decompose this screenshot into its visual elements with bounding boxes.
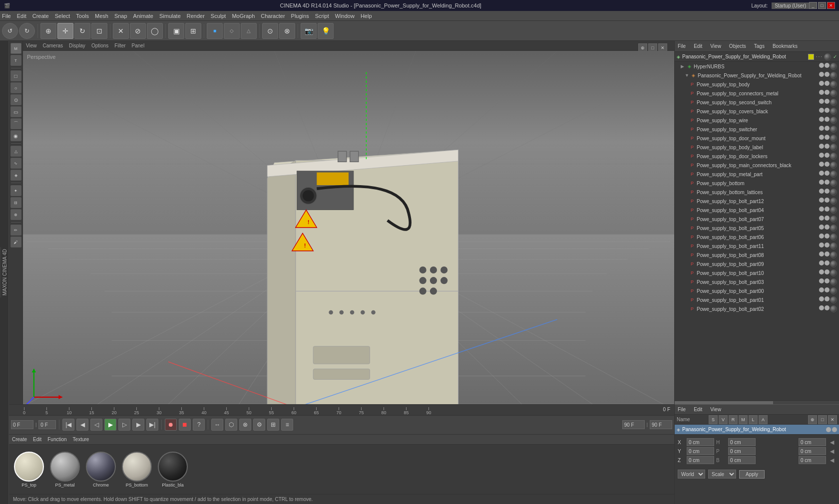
lt-sphere[interactable]: ○ — [10, 82, 21, 93]
menu-file[interactable]: File — [2, 13, 11, 19]
tick-80[interactable]: 80 — [373, 407, 395, 415]
tick-0[interactable]: 0 — [13, 407, 35, 415]
go-start-button[interactable]: |◀ — [62, 419, 74, 431]
rb-icon-6[interactable]: A — [759, 415, 768, 424]
tick-20[interactable]: 20 — [103, 407, 125, 415]
tree-item-11[interactable]: P Powe_supply_bottom — [675, 179, 839, 188]
tree-item-15[interactable]: P Powe_supply_top_bolt_part07 — [675, 215, 839, 224]
lt-model-mode[interactable]: M — [10, 43, 21, 54]
tree-item-6[interactable]: P Powe_supply_top_door_mount — [675, 134, 839, 143]
tree-item-21[interactable]: P Powe_supply_top_bolt_part10 — [675, 268, 839, 277]
tree-item-main[interactable]: ▼ ◈ Panasonic_Power_Supply_for_Welding_R… — [675, 71, 839, 80]
coord-h-input[interactable] — [728, 438, 756, 446]
tree-item-20[interactable]: P Powe_supply_top_bolt_part09 — [675, 259, 839, 268]
move-tool-button[interactable]: ✛ — [57, 23, 73, 39]
lt-cube[interactable]: □ — [10, 70, 21, 81]
tick-45[interactable]: 45 — [215, 407, 238, 415]
layout-value[interactable]: Startup (User) — [772, 2, 809, 9]
lt-plane[interactable]: ▭ — [10, 106, 21, 117]
coord-p-input[interactable] — [728, 447, 756, 455]
tree-item-16[interactable]: P Powe_supply_top_bolt_part05 — [675, 224, 839, 233]
record-button[interactable]: ⏺ — [165, 419, 177, 431]
coord-z-pos-input[interactable] — [687, 456, 714, 464]
lt-camera[interactable]: ◉ — [10, 130, 21, 141]
coord-y-pos-input[interactable] — [687, 447, 714, 455]
tree-item-2[interactable]: P Powe_supply_top_second_switch — [675, 98, 839, 107]
tick-40[interactable]: 40 — [193, 407, 215, 415]
rb-icon-5[interactable]: L — [749, 415, 758, 424]
tree-item-0[interactable]: P Powe_supply_top_body — [675, 80, 839, 89]
vp-menu-options[interactable]: Options — [91, 43, 108, 48]
ctrl-render-main[interactable] — [825, 72, 830, 77]
coord-size-y-arrow[interactable]: ◀ — [828, 448, 836, 455]
snap-button[interactable]: ⊙ — [262, 23, 278, 39]
delete-key-button[interactable]: ⊗ — [239, 419, 251, 431]
stop-button[interactable]: ⏹ — [179, 419, 191, 431]
menu-snap[interactable]: Snap — [114, 13, 127, 19]
menu-character[interactable]: Character — [261, 13, 285, 19]
maximize-button[interactable]: □ — [818, 2, 826, 9]
tick-60[interactable]: 60 — [283, 407, 305, 415]
vp-menu-panel[interactable]: Panel — [132, 43, 145, 48]
move-key-button[interactable]: ↔ — [211, 419, 223, 431]
rb-icon-4[interactable]: M — [739, 415, 748, 424]
rp-menu-bookmarks[interactable]: Bookmarks — [773, 43, 798, 49]
menu-render[interactable]: Render — [187, 13, 205, 19]
tick-25[interactable]: 25 — [125, 407, 148, 415]
tree-item-24[interactable]: P Powe_supply_top_bolt_part01 — [675, 295, 839, 304]
menu-script[interactable]: Script — [315, 13, 329, 19]
tree-item-22[interactable]: P Powe_supply_top_bolt_part03 — [675, 277, 839, 286]
tree-item-5[interactable]: P Powe_supply_top_switcher — [675, 125, 839, 134]
coord-size-y-input[interactable] — [799, 447, 826, 455]
tick-35[interactable]: 35 — [170, 407, 193, 415]
lt-texture-mode[interactable]: T — [10, 55, 21, 66]
tick-70[interactable]: 70 — [328, 407, 350, 415]
redo-button[interactable]: ↻ — [19, 23, 35, 39]
tree-item-3[interactable]: P Powe_supply_top_covers_black — [675, 107, 839, 116]
end-frame-input-2[interactable] — [650, 420, 672, 429]
add-key-button[interactable]: ⬡ — [225, 419, 237, 431]
tree-item-18[interactable]: P Powe_supply_top_bolt_part11 — [675, 242, 839, 251]
close-button[interactable]: ✕ — [827, 2, 835, 9]
obj-axis-button[interactable]: ▣ — [168, 23, 184, 39]
tree-item-hypernurbs[interactable]: ▶ ◈ HyperNURBS — [675, 62, 839, 71]
prev-frame-button[interactable]: ◀ — [76, 419, 88, 431]
rp-menu-edit[interactable]: Edit — [694, 43, 702, 49]
viewport[interactable]: ! ! — [23, 51, 674, 404]
tree-item-8[interactable]: P Powe_supply_top_door_lockers — [675, 152, 839, 161]
menu-help[interactable]: Help — [361, 13, 372, 19]
tick-65[interactable]: 65 — [305, 407, 328, 415]
rb-icon-2[interactable]: V — [719, 415, 728, 424]
tick-15[interactable]: 15 — [80, 407, 103, 415]
menu-sculpt[interactable]: Sculpt — [211, 13, 226, 19]
ctrl-mat-main[interactable] — [830, 72, 837, 79]
anim-options-button[interactable]: ≡ — [281, 419, 293, 431]
right-panel-resize-handle[interactable] — [837, 41, 839, 504]
rp-menu-file[interactable]: File — [678, 43, 686, 49]
world-axis-button[interactable]: ⊞ — [185, 23, 201, 39]
tick-10[interactable]: 10 — [58, 407, 80, 415]
quantize-button[interactable]: ⊗ — [279, 23, 295, 39]
vp-menu-cameras[interactable]: Cameras — [43, 43, 63, 48]
tree-item-25[interactable]: P Powe_supply_top_bolt_part02 — [675, 304, 839, 313]
next-key-button[interactable]: ▷ — [118, 419, 130, 431]
undo-button[interactable]: ↺ — [2, 23, 18, 39]
tree-item-19[interactable]: P Powe_supply_top_bolt_part08 — [675, 251, 839, 259]
ctrl-vis[interactable] — [819, 63, 824, 68]
rb-selected-row[interactable]: ◈ Panasonic_Power_Supply_for_Welding_Rob… — [675, 425, 839, 435]
tree-item-1[interactable]: P Powe_supply_top_connectors_metal — [675, 89, 839, 98]
rp-color-swatch[interactable] — [808, 54, 814, 60]
object-tree[interactable]: ▶ ◈ HyperNURBS ▼ ◈ Panasonic_Power_Suppl… — [675, 62, 839, 400]
point-mode-button[interactable]: ■ — [207, 23, 223, 39]
menu-mesh[interactable]: Mesh — [95, 13, 108, 19]
menu-animate[interactable]: Animate — [133, 13, 153, 19]
material-swatch-ps-bottom[interactable] — [122, 452, 152, 482]
end-frame-input-1[interactable] — [622, 420, 645, 429]
lt-deformer[interactable]: ⊟ — [10, 197, 21, 208]
render-view-button[interactable]: ⊘ — [130, 23, 146, 39]
tick-85[interactable]: 85 — [395, 407, 418, 415]
edge-mode-button[interactable]: ◇ — [224, 23, 240, 39]
tick-75[interactable]: 75 — [350, 407, 373, 415]
transform-mode-select[interactable]: Scale Move Rotate — [708, 470, 736, 479]
lt-light[interactable]: ✦ — [10, 185, 21, 196]
